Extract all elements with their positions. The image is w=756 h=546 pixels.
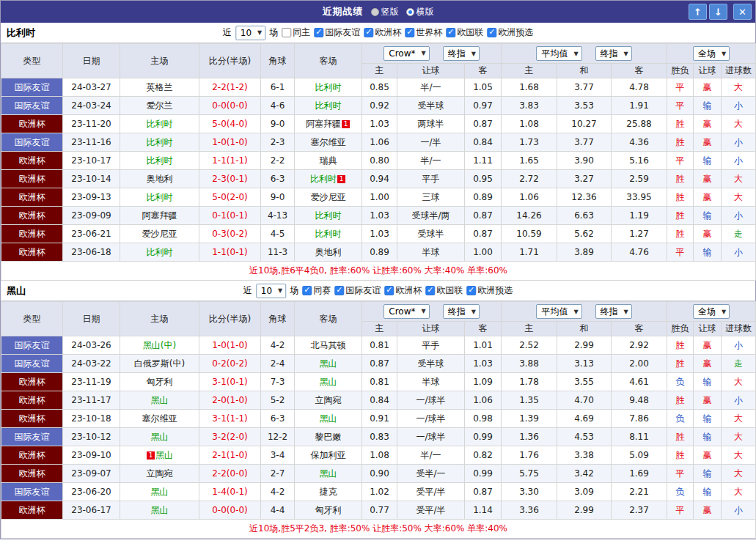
team-label: 黑山 bbox=[151, 505, 169, 515]
match-row: 国际友谊24-03-24爱尔兰0-0(0-0)4-6比利时0.92受半球0.97… bbox=[1, 97, 756, 115]
close-button[interactable]: ✕ bbox=[733, 4, 752, 20]
team-label: 爱尔兰 bbox=[147, 100, 173, 111]
result-goals: 小 bbox=[722, 501, 756, 520]
sub-header: 和 bbox=[557, 322, 612, 336]
result-goals: 小 bbox=[722, 391, 756, 410]
odds-stage-select[interactable]: 终指▼ bbox=[443, 304, 480, 319]
corner-score: 2-7 bbox=[261, 465, 295, 483]
avg-home: 1.65 bbox=[502, 152, 557, 170]
filter-checkbox[interactable] bbox=[302, 286, 312, 295]
sub-header: 主 bbox=[502, 322, 557, 336]
odds-away: 0.84 bbox=[465, 133, 502, 152]
odds-handicap: 半/一 bbox=[397, 446, 465, 465]
result-handicap: 赢 bbox=[694, 78, 722, 97]
col-header-date: 日期 bbox=[63, 302, 120, 336]
avg-draw: 3.53 bbox=[557, 97, 612, 115]
team-label: 匈牙利 bbox=[147, 377, 173, 387]
result-outcome: 胜 bbox=[667, 355, 694, 373]
filter-option-label: 同赛 bbox=[313, 284, 331, 297]
filter-option-label: 欧洲杯 bbox=[375, 26, 401, 39]
match-date: 23-10-18 bbox=[63, 410, 120, 428]
home-team: 英格兰 bbox=[120, 78, 199, 97]
filter-checkbox[interactable] bbox=[364, 28, 373, 37]
match-score: 0-0(0-0) bbox=[199, 501, 261, 520]
result-handicap: 输 bbox=[694, 483, 722, 501]
avg-draw: 2.99 bbox=[557, 336, 612, 355]
team-name: 黑山 bbox=[7, 284, 26, 298]
scroll-down-button[interactable]: ↓ bbox=[709, 4, 727, 20]
result-handicap: 输 bbox=[694, 97, 722, 115]
avg-header-group: 平均值▼终指▼ bbox=[502, 302, 667, 322]
scope-select[interactable]: 全场▼ bbox=[693, 46, 730, 61]
odds-handicap: 半球 bbox=[397, 373, 465, 391]
sub-header: 客 bbox=[465, 322, 502, 336]
match-row: 欧洲杯23-06-18比利时1-1(0-1)11-3奥地利0.89半球1.001… bbox=[1, 243, 756, 262]
scroll-up-button[interactable]: ↑ bbox=[689, 4, 707, 20]
filter-checkbox[interactable] bbox=[425, 286, 435, 295]
team-label: 阿塞拜疆 bbox=[306, 119, 341, 129]
odds-handicap: 受半球 bbox=[397, 355, 465, 373]
filter-checkbox[interactable] bbox=[466, 286, 476, 295]
filter-checkbox[interactable] bbox=[446, 28, 455, 37]
team-label: 黑山 bbox=[151, 487, 169, 497]
result-goals: 小 bbox=[722, 336, 756, 355]
away-team: 黑山 bbox=[295, 465, 362, 483]
away-team: 阿塞拜疆1 bbox=[295, 115, 362, 133]
match-date: 24-03-27 bbox=[63, 78, 120, 97]
scope-select[interactable]: 全场▼ bbox=[693, 304, 730, 319]
filter-checkbox[interactable] bbox=[314, 28, 323, 37]
results-table: 类型日期主场比分(半场)角球客场Crow*▼终指▼平均值▼终指▼全场▼主让球客主… bbox=[1, 301, 756, 539]
filter-checkbox[interactable] bbox=[282, 28, 291, 37]
odds-provider-select[interactable]: Crow*▼ bbox=[383, 46, 429, 61]
away-team: 黑山 bbox=[295, 410, 362, 428]
avg-home: 1.39 bbox=[502, 410, 557, 428]
odds-away: 1.00 bbox=[465, 243, 502, 262]
avg-away: 4.78 bbox=[612, 78, 667, 97]
match-date: 23-09-13 bbox=[63, 188, 120, 207]
filter-option: 欧国联 bbox=[425, 284, 463, 297]
avg-stage-select[interactable]: 终指▼ bbox=[595, 304, 632, 319]
match-row: 欧洲杯23-09-09阿塞拜疆0-1(0-1)4-13比利时1.03受球半/两0… bbox=[1, 207, 756, 225]
recent-count-select[interactable]: 10▼ bbox=[256, 284, 286, 298]
match-row: 国际友谊24-03-27英格兰2-2(1-2)6-1比利时0.85半/一1.05… bbox=[1, 78, 756, 97]
sub-header: 进球数 bbox=[722, 64, 756, 78]
match-score: 3-2(2-0) bbox=[199, 428, 261, 446]
layout-radio-horizontal[interactable]: 横版 bbox=[406, 6, 434, 18]
odds-provider-select[interactable]: Crow*▼ bbox=[383, 304, 429, 319]
match-type-badge: 国际友谊 bbox=[1, 133, 63, 152]
odds-away: 1.09 bbox=[465, 373, 502, 391]
team-label: 比利时 bbox=[147, 119, 173, 129]
odds-handicap: 半/一 bbox=[397, 152, 465, 170]
odds-handicap: 半/一 bbox=[397, 78, 465, 97]
away-team: 爱沙尼亚 bbox=[295, 188, 362, 207]
filter-checkbox[interactable] bbox=[334, 286, 344, 295]
team-label: 立陶宛 bbox=[147, 468, 173, 479]
filter-checkbox[interactable] bbox=[487, 28, 496, 37]
match-date: 23-11-17 bbox=[63, 391, 120, 410]
result-handicap: 赢 bbox=[694, 336, 722, 355]
match-row: 欧洲杯23-09-07立陶宛2-2(0-0)2-7黑山0.90受半/一0.995… bbox=[1, 465, 756, 483]
home-team: 爱沙尼亚 bbox=[120, 225, 199, 243]
filter-option-label: 欧洲预选 bbox=[477, 284, 513, 297]
team-filter-bar: 黑山近10▼场同赛国际友谊欧洲杯欧国联欧洲预选 bbox=[1, 281, 755, 301]
filter-checkbox[interactable] bbox=[405, 28, 414, 37]
layout-radio-vertical[interactable]: 竖版 bbox=[371, 6, 399, 18]
team-label: 黑山 bbox=[155, 450, 173, 460]
match-row: 欧洲杯23-09-101黑山2-1(1-0)3-4保加利亚1.08半/一0.82… bbox=[1, 446, 756, 465]
avg-stage-select[interactable]: 终指▼ bbox=[595, 46, 632, 61]
match-date: 23-06-18 bbox=[63, 243, 120, 262]
filter-checkbox[interactable] bbox=[384, 286, 394, 295]
odds-stage-select[interactable]: 终指▼ bbox=[443, 46, 480, 61]
avg-provider-select[interactable]: 平均值▼ bbox=[536, 46, 581, 61]
result-handicap: 赢 bbox=[694, 446, 722, 465]
chevron-down-icon: ▼ bbox=[722, 309, 726, 315]
team-label: 黑山 bbox=[320, 358, 337, 369]
col-header-type: 类型 bbox=[1, 44, 63, 78]
avg-provider-select[interactable]: 平均值▼ bbox=[536, 304, 581, 319]
recent-count-select[interactable]: 10▼ bbox=[235, 26, 265, 40]
match-type-badge: 欧洲杯 bbox=[1, 373, 63, 391]
avg-draw: 3.27 bbox=[557, 170, 612, 188]
odds-handicap: 三球 bbox=[397, 188, 465, 207]
match-score: 2-2(0-0) bbox=[199, 465, 261, 483]
filter-option-label: 世界杯 bbox=[416, 26, 442, 39]
